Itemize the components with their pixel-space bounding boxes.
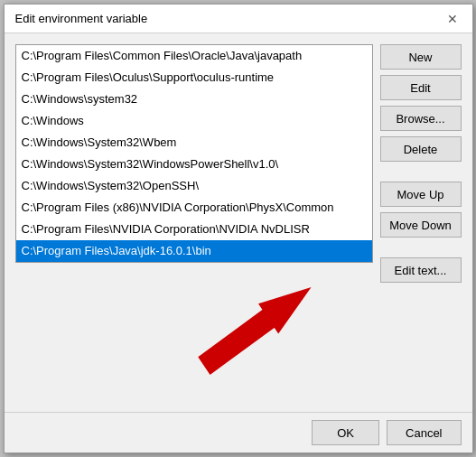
list-item[interactable]: C:\Windows\System32\WindowsPowerShell\v1… (16, 154, 372, 175)
close-button[interactable]: ✕ (443, 10, 462, 28)
list-item[interactable]: C:\Program Files\Common Files\Oracle\Jav… (16, 45, 372, 67)
list-item[interactable]: C:\Windows\System32\OpenSSH\ (16, 175, 372, 197)
list-item[interactable]: C:\Windows\System32\Wbem (16, 132, 372, 154)
edit-text-button[interactable]: Edit text... (380, 257, 462, 283)
list-item[interactable]: C:\Program Files\Oculus\Support\oculus-r… (16, 67, 372, 89)
ok-button[interactable]: OK (312, 420, 379, 445)
spacer2 (380, 243, 462, 252)
buttons-panel: New Edit Browse... Delete Move Up Move D… (380, 44, 462, 401)
cancel-button[interactable]: Cancel (387, 420, 461, 445)
edit-button[interactable]: Edit (380, 75, 462, 100)
move-up-button[interactable]: Move Up (380, 182, 462, 207)
list-item[interactable]: C:\Windows (16, 110, 372, 132)
move-down-button[interactable]: Move Down (380, 212, 462, 238)
svg-rect-1 (198, 307, 277, 375)
dialog-title: Edit environment variable (15, 12, 148, 25)
dialog-footer: OK Cancel (5, 412, 472, 452)
list-item[interactable]: C:\Windows\system32 (16, 89, 372, 110)
title-bar: Edit environment variable ✕ (5, 5, 472, 33)
list-item[interactable]: C:\Program Files\Java\jdk-16.0.1\bin (16, 240, 372, 262)
spacer1 (380, 167, 462, 176)
svg-marker-0 (258, 272, 322, 333)
list-wrapper: C:\Program Files\Common Files\Oracle\Jav… (15, 44, 373, 401)
new-button[interactable]: New (380, 44, 462, 70)
list-item[interactable]: C:\Program Files\NVIDIA Corporation\NVID… (16, 219, 372, 240)
delete-button[interactable]: Delete (380, 136, 462, 162)
list-item[interactable]: C:\Program Files (x86)\NVIDIA Corporatio… (16, 197, 372, 219)
dialog-content: C:\Program Files\Common Files\Oracle\Jav… (5, 33, 472, 412)
env-var-list[interactable]: C:\Program Files\Common Files\Oracle\Jav… (15, 44, 373, 263)
edit-env-var-dialog: Edit environment variable ✕ C:\Program F… (4, 4, 473, 453)
browse-button[interactable]: Browse... (380, 106, 462, 131)
